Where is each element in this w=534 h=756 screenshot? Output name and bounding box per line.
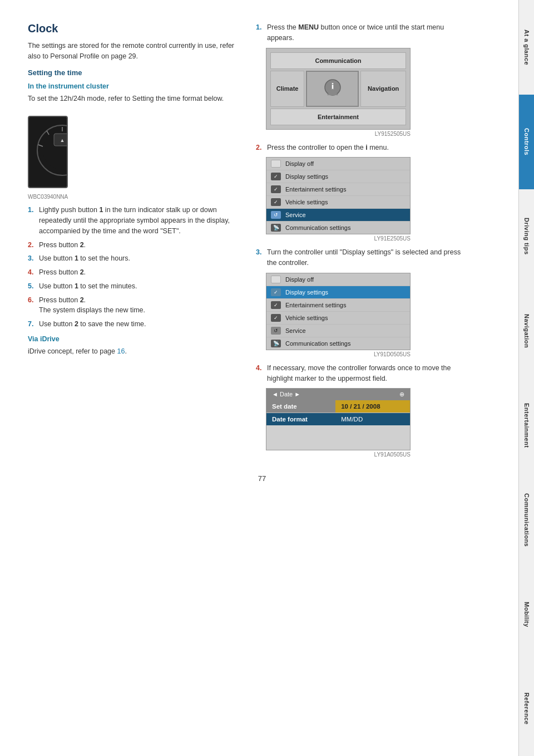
right-step-text-3: Turn the controller until "Display setti… <box>267 247 467 268</box>
cluster-svg: ▲ <box>29 117 68 184</box>
menu-item-display-off: Display off <box>266 158 410 170</box>
step-text-1: Lightly push button 1 in the turn indica… <box>39 205 239 236</box>
svg-text:▲: ▲ <box>60 138 65 143</box>
main-content: Clock The settings are stored for the re… <box>0 0 518 756</box>
menu-cell-info: i <box>306 71 359 107</box>
svg-line-6 <box>38 145 43 146</box>
menu3-item-comm-settings: 📡 Communication settings <box>266 337 410 350</box>
display-settings-icon: ✓ <box>271 173 281 180</box>
step-4: 4. Press button 2. <box>28 267 239 278</box>
menu-item-display-settings: ✓ Display settings <box>266 170 410 183</box>
side-tabs: At a glance Controls Driving tips Naviga… <box>518 0 534 756</box>
date-header-right: ⊕ <box>399 391 404 398</box>
step-6: 6. Press button 2.The system displays th… <box>28 295 239 316</box>
page-number: 77 <box>28 474 496 483</box>
svg-line-5 <box>47 131 49 135</box>
right-step-text-2: Press the controller to open the i menu. <box>267 143 467 153</box>
display-off-icon <box>271 160 281 168</box>
tab-mobility[interactable]: Mobility <box>518 567 534 662</box>
tab-at-a-glance[interactable]: At a glance <box>518 0 534 95</box>
date-table-container: ◄ Date ► ⊕ Set date 10 / 21 / 2008 Date … <box>266 388 411 450</box>
menu-cell-communication: Communication <box>270 52 406 69</box>
menu3-caption: LY91D0505US <box>266 351 411 357</box>
step-text-2: Press button 2. <box>39 240 239 251</box>
menu1-caption: LY9152505US <box>266 131 411 137</box>
menu-grid-container: Communication Climate i <box>266 48 411 130</box>
right-column: 1. Press the MENU button once or twice u… <box>256 22 467 463</box>
step-7: 7. Use button 2 to save the new time. <box>28 319 239 330</box>
via-idrive-heading: Via iDrive <box>28 335 239 343</box>
date-empty-2b <box>335 438 410 450</box>
menu3-item-display-settings-highlighted: ✓ Display settings <box>266 286 410 299</box>
menu3-vehicle-settings-icon: ✓ <box>271 314 281 322</box>
menu-cell-navigation: Navigation <box>360 71 406 107</box>
tab-driving-tips[interactable]: Driving tips <box>518 189 534 284</box>
step-num-1: 1. <box>28 205 36 236</box>
date-table-header: ◄ Date ► ⊕ <box>266 389 410 400</box>
menu3-item-service: ↺ Service <box>266 325 410 337</box>
vehicle-settings-icon: ✓ <box>271 198 281 206</box>
tab-reference[interactable]: Reference <box>518 661 534 756</box>
tab-navigation[interactable]: Navigation <box>518 283 534 378</box>
tab-communications[interactable]: Communications <box>518 473 534 567</box>
step-num-7: 7. <box>28 319 36 330</box>
step-text-7: Use button 2 to save the new time. <box>39 319 239 330</box>
intro-text: The settings are stored for the remote c… <box>28 41 239 62</box>
step-text-4: Press button 2. <box>39 267 239 278</box>
via-idrive-text: iDrive concept, refer to page 16. <box>28 346 239 357</box>
menu3-entertainment-settings-icon: ✓ <box>271 301 281 309</box>
date-data-table: Set date 10 / 21 / 2008 Date format MM/D… <box>266 400 410 450</box>
menu-item-vehicle-settings: ✓ Vehicle settings <box>266 196 410 209</box>
menu3-display-off-icon <box>271 276 281 283</box>
step-num-6: 6. <box>28 295 36 316</box>
service-icon: ↺ <box>271 211 281 219</box>
date-empty-1a <box>266 425 335 438</box>
menu3-display-settings-icon: ✓ <box>271 288 281 296</box>
set-date-label: Set date <box>266 400 335 413</box>
date-empty-1b <box>335 425 410 438</box>
instrument-cluster-desc: To set the 12h/24h mode, refer to Settin… <box>28 94 239 104</box>
right-step-1: 1. Press the MENU button once or twice u… <box>256 22 467 43</box>
right-step-num-2: 2. <box>256 143 264 153</box>
tab-entertainment[interactable]: Entertainment <box>518 378 534 473</box>
menu-cell-climate: Climate <box>270 71 304 107</box>
step-5: 5. Use button 1 to set the minutes. <box>28 281 239 292</box>
step-text-6: Press button 2.The system displays the n… <box>39 295 239 316</box>
menu-item-service-selected: ↺ Service <box>266 209 410 222</box>
cluster-image: ▲ <box>28 116 68 188</box>
menu3-item-vehicle-settings: ✓ Vehicle settings <box>266 312 410 325</box>
step-1: 1. Lightly push button 1 in the turn ind… <box>28 205 239 236</box>
page-title: Clock <box>28 22 239 35</box>
cluster-image-wrapper: ▲ <box>28 110 68 200</box>
date-format-label: Date format <box>266 413 335 426</box>
set-date-value: 10 / 21 / 2008 <box>335 400 410 413</box>
setting-time-heading: Setting the time <box>28 68 239 77</box>
cluster-image-caption: WBC03940NNA <box>28 194 68 200</box>
date-empty-2a <box>266 438 335 450</box>
menu3-item-entertainment-settings: ✓ Entertainment settings <box>266 299 410 312</box>
menu3-service-icon: ↺ <box>271 327 281 335</box>
step-text-5: Use button 1 to set the minutes. <box>39 281 239 292</box>
menu-screenshot-2: Display off ✓ Display settings ✓ Enterta… <box>266 157 467 242</box>
menu3-comm-settings-icon: 📡 <box>271 340 281 347</box>
menu-item-entertainment-settings: ✓ Entertainment settings <box>266 183 410 196</box>
info-icon-svg: i <box>322 77 344 97</box>
step-text-3: Use button 1 to set the hours. <box>39 253 239 264</box>
date-empty-row-1 <box>266 425 410 438</box>
via-idrive-link[interactable]: 16 <box>117 347 125 355</box>
right-step-num-3: 3. <box>256 247 264 268</box>
menu-table: Communication Climate i <box>269 51 408 127</box>
tab-controls[interactable]: Controls <box>518 95 534 189</box>
date-header-left: ◄ Date ► <box>272 391 300 398</box>
date-row-set-date: Set date 10 / 21 / 2008 <box>266 400 410 413</box>
date-table-caption: LY91A0505US <box>266 451 411 458</box>
menu2-caption: LY91E2505US <box>266 235 411 242</box>
right-step-num-1: 1. <box>256 22 264 43</box>
menu3-item-display-off: Display off <box>266 273 410 286</box>
menu-list-3: Display off ✓ Display settings ✓ Enterta… <box>266 273 411 350</box>
menu-list-2: Display off ✓ Display settings ✓ Enterta… <box>266 157 411 234</box>
left-column: Clock The settings are stored for the re… <box>28 22 239 463</box>
right-step-3: 3. Turn the controller until "Display se… <box>256 247 467 268</box>
menu-screenshot-3: Display off ✓ Display settings ✓ Enterta… <box>266 273 467 357</box>
right-step-text-1: Press the MENU button once or twice unti… <box>267 22 467 43</box>
